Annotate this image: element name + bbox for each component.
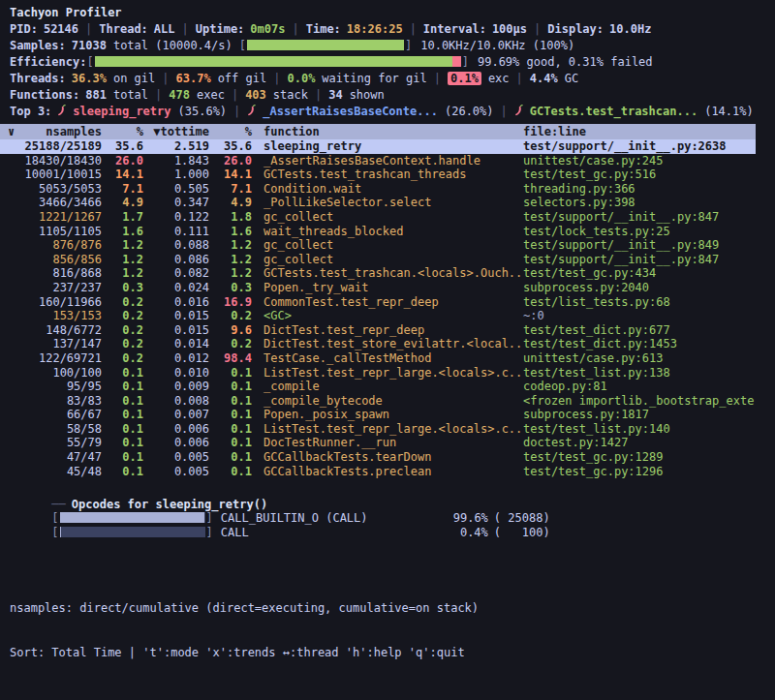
app-title: Tachyon Profiler: [0, 5, 775, 21]
tottime-cell: 0.082: [143, 266, 209, 281]
samples-row: Samples:71038total (10000.4/s)10.0KHz/10…: [0, 38, 775, 54]
efficiency-row: Efficiency:99.69% good, 0.31% failed: [0, 54, 775, 71]
own-pct-cell: 0.1: [102, 422, 143, 437]
file-line-cell: test/support/__init__.py:849: [521, 238, 756, 253]
cumulative-pct-cell: 9.6: [209, 323, 252, 338]
function-row[interactable]: 153/153 0.2 0.015 0.2 <GC> ~:0: [0, 309, 756, 323]
own-pct-cell: 35.6: [102, 139, 143, 154]
file-line-cell: test/test_dict.py:1453: [521, 337, 756, 351]
own-pct-cell: 14.1: [102, 167, 143, 182]
own-pct-cell: 1.2: [102, 238, 143, 253]
function-row[interactable]: 55/79 0.1 0.006 0.1 DocTestRunner.__run …: [0, 436, 756, 450]
file-line-cell: unittest/case.py:245: [521, 154, 756, 168]
function-row[interactable]: 83/83 0.1 0.008 0.1 _compile_bytecode <f…: [0, 394, 756, 409]
tottime-cell: 0.006: [143, 422, 209, 437]
separator: |: [85, 22, 92, 36]
function-row[interactable]: 3466/3466 4.9 0.347 4.9 _PollLikeSelecto…: [0, 196, 756, 210]
table-header: ∨nsamples % ▼tottime % function file:lin…: [0, 124, 756, 139]
opcodes-title-text: Opcodes for sleeping_retry(): [72, 498, 267, 511]
function-row[interactable]: 122/69721 0.2 0.012 98.4 TestCase._callT…: [0, 351, 756, 366]
cumulative-pct-cell: 16.9: [209, 295, 252, 310]
pid-label: PID:: [10, 22, 38, 36]
tottime-cell: 0.012: [143, 351, 209, 366]
function-row[interactable]: 66/67 0.1 0.007 0.1 Popen._posix_spawn s…: [0, 408, 756, 422]
function-row[interactable]: 58/58 0.1 0.006 0.1 ListTest.test_repr_l…: [0, 422, 756, 437]
nsamples-cell: 25188/25189: [0, 139, 102, 154]
cumulative-pct-cell: 0.1: [209, 465, 252, 479]
cumulative-pct-cell: 35.6: [209, 139, 252, 154]
function-row[interactable]: 876/876 1.2 0.088 1.2 gc_collect test/su…: [0, 238, 756, 253]
waiting-gil-pct: 0.0%: [287, 72, 315, 85]
opcodes-section-title: ──Opcodes for sleeping_retry(): [0, 481, 775, 497]
function-cell: ListTest.test_repr_large.<locals>.c...: [252, 422, 521, 437]
function-cell: CommonTest.test_repr_deep: [252, 295, 521, 310]
function-cell: DictTest.test_repr_deep: [252, 323, 521, 338]
threads-row: Threads:36.3%on gil|63.7%off gil|0.0%wai…: [0, 71, 775, 87]
function-row[interactable]: 18430/18430 26.0 1.843 26.0 _AssertRaise…: [0, 154, 756, 168]
tottime-cell: 0.006: [143, 436, 209, 450]
function-row[interactable]: 148/6772 0.2 0.015 9.6 DictTest.test_rep…: [0, 323, 756, 338]
separator: |: [233, 105, 240, 118]
samples-bar: [247, 40, 404, 50]
function-row[interactable]: 137/147 0.2 0.014 0.2 DictTest.test_stor…: [0, 337, 756, 351]
function-cell: _compile_bytecode: [252, 394, 521, 409]
function-row[interactable]: 95/95 0.1 0.009 0.1 _compile codeop.py:8…: [0, 380, 756, 394]
cumulative-pct-cell: 0.1: [209, 380, 252, 394]
function-row[interactable]: 160/11966 0.2 0.016 16.9 CommonTest.test…: [0, 295, 756, 310]
function-row[interactable]: 100/100 0.1 0.010 0.1 ListTest.test_repr…: [0, 366, 756, 380]
opcodes-section: ──Opcodes for sleeping_retry() CALL_BUIL…: [0, 481, 775, 526]
own-pct-cell: 0.1: [102, 380, 143, 394]
function-cell: GCCallbackTests.preclean: [252, 465, 521, 479]
tottime-cell: 0.122: [143, 210, 209, 225]
on-gil-pct: 36.3%: [72, 72, 107, 85]
functions-label: Functions:: [10, 88, 79, 102]
function-row[interactable]: 25188/25189 35.6 2.519 35.6 sleeping_ret…: [0, 139, 756, 154]
function-row[interactable]: 47/47 0.1 0.005 0.1 GCCallbackTests.tear…: [0, 450, 756, 465]
file-line-cell: ~:0: [521, 309, 756, 323]
interval-value: 100μs: [492, 22, 527, 36]
cumulative-pct-cell: 1.2: [209, 266, 252, 281]
own-pct-cell: 26.0: [102, 154, 143, 168]
separator: |: [273, 72, 280, 85]
tottime-cell: 1.000: [143, 167, 209, 182]
pid-value: 52146: [44, 22, 78, 36]
function-cell: _compile: [252, 380, 521, 394]
tottime-cell: 0.086: [143, 253, 209, 267]
function-row[interactable]: 816/868 1.2 0.082 1.2 GCTests.test_trash…: [0, 266, 756, 281]
tottime-cell: 0.505: [143, 182, 209, 197]
header-tottime-sorted: ▼tottime: [143, 124, 209, 139]
display-label: Display:: [547, 22, 604, 36]
tottime-cell: 0.016: [143, 295, 209, 310]
bar-bracket: [239, 39, 246, 52]
gc-label: GC: [565, 72, 578, 85]
functions-stack: 403: [245, 88, 266, 102]
separator: |: [315, 88, 322, 102]
nsamples-cell: 148/6772: [0, 323, 102, 338]
function-row[interactable]: 1221/1267 1.7 0.122 1.8 gc_collect test/…: [0, 210, 756, 225]
time-value: 18:26:25: [347, 22, 403, 36]
function-row[interactable]: 237/237 0.3 0.024 0.3 Popen._try_wait su…: [0, 281, 756, 295]
top3-name: GCTests.test_trashcan...: [530, 105, 698, 118]
function-row[interactable]: 45/48 0.1 0.005 0.1 GCCallbackTests.prec…: [0, 465, 756, 479]
tottime-cell: 2.519: [143, 139, 209, 154]
tottime-cell: 0.024: [143, 281, 209, 295]
function-cell: sleeping_retry: [252, 139, 521, 154]
nsamples-cell: 83/83: [0, 394, 102, 409]
tottime-cell: 0.347: [143, 196, 209, 210]
function-cell: gc_collect: [252, 238, 521, 253]
tottime-cell: 0.014: [143, 337, 209, 351]
tottime-cell: 0.088: [143, 238, 209, 253]
footer-legend: nsamples: direct/cumulative (direct=exec…: [10, 599, 479, 617]
opcode-name: CALL_BUILTIN_O (CALL): [221, 511, 450, 526]
on-gil-label: on gil: [113, 72, 155, 85]
samples-bar-fill: [247, 40, 404, 50]
bar-bracket: [405, 39, 412, 52]
file-line-cell: test/test_list.py:140: [521, 422, 756, 437]
function-row[interactable]: 856/856 1.2 0.086 1.2 gc_collect test/su…: [0, 253, 756, 267]
functions-shown-label: shown: [350, 88, 385, 102]
function-row[interactable]: 5053/5053 7.1 0.505 7.1 Condition.wait t…: [0, 182, 756, 197]
bar-bracket: [51, 511, 58, 525]
function-row[interactable]: 1105/1105 1.6 0.111 1.6 wait_threads_blo…: [0, 225, 756, 239]
opcode-bar-fill: [60, 512, 204, 523]
function-row[interactable]: 10001/10015 14.1 1.000 14.1 GCTests.test…: [0, 167, 756, 182]
